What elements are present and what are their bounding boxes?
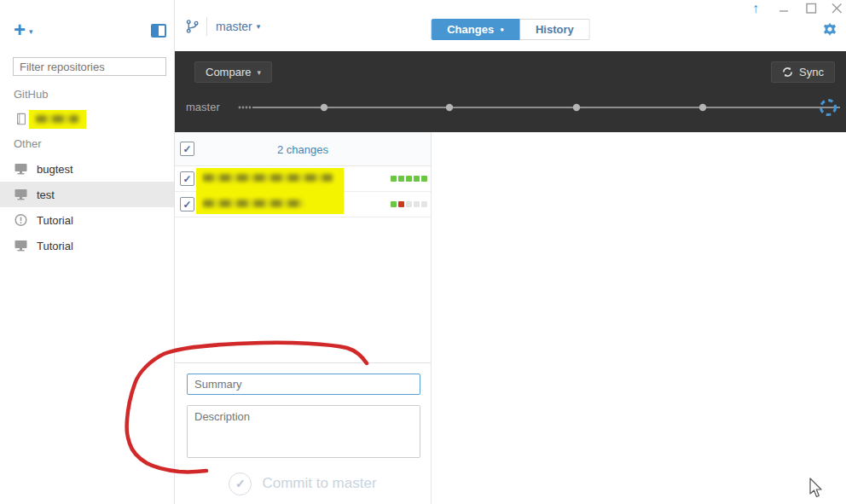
github-desktop-window: + ▾ GitHub Other bugtest xyxy=(0,0,846,504)
maximize-button[interactable] xyxy=(804,2,818,15)
description-input[interactable] xyxy=(187,405,420,458)
redacted-repo-name xyxy=(29,110,86,129)
repo-name: test xyxy=(37,188,55,201)
chevron-down-icon: ▾ xyxy=(257,22,261,31)
monitor-icon xyxy=(14,162,29,176)
file-checkbox[interactable]: ✓ xyxy=(180,197,194,211)
section-label-github: GitHub xyxy=(14,88,48,101)
sidebar-toggle-icon[interactable] xyxy=(151,24,166,38)
check-icon: ✓ xyxy=(183,200,191,210)
commit-button-label: Commit to master xyxy=(262,475,376,492)
diff-viewer-empty xyxy=(432,132,846,504)
commit-graph-toolbar: Compare ▾ Sync master xyxy=(175,51,846,132)
update-available-arrow-icon[interactable]: ↑ xyxy=(752,1,759,16)
diff-stat-squares xyxy=(391,201,427,207)
top-header: master ▾ Changes ● History xyxy=(175,0,846,51)
branch-dropdown[interactable]: master xyxy=(216,20,252,33)
redacted-filenames-highlight xyxy=(196,168,344,214)
minimize-button[interactable] xyxy=(777,2,791,15)
tab-label: Changes xyxy=(447,23,494,36)
repo-name: Tutorial xyxy=(37,240,73,252)
file-checkbox[interactable]: ✓ xyxy=(180,171,194,186)
changes-panel: ✓ 2 changes ✓ ✓ ✓ xyxy=(175,132,432,504)
commit-graph[interactable] xyxy=(175,90,846,125)
section-label-other: Other xyxy=(14,137,42,150)
commit-form: ✓ Commit to master xyxy=(175,362,431,504)
compare-button[interactable]: Compare ▾ xyxy=(194,61,272,83)
add-repository-button[interactable]: + ▾ xyxy=(14,20,33,39)
tab-history[interactable]: History xyxy=(520,19,590,40)
commit-check-circle-icon: ✓ xyxy=(229,472,252,495)
repositories-sidebar: + ▾ GitHub Other bugtest xyxy=(0,0,175,504)
diff-stat-squares xyxy=(391,176,427,182)
tab-label: History xyxy=(536,23,574,36)
repo-name: bugtest xyxy=(37,163,73,176)
sync-icon xyxy=(782,67,793,78)
gear-icon[interactable] xyxy=(822,21,837,37)
filter-repositories-input[interactable] xyxy=(13,57,166,76)
sidebar-item-tutorial-2[interactable]: Tutorial xyxy=(0,233,174,258)
sidebar-item-bugtest[interactable]: bugtest xyxy=(0,156,174,182)
chevron-down-icon: ▾ xyxy=(257,68,261,77)
alert-circle-icon xyxy=(14,213,29,227)
sidebar-item-github-repo[interactable] xyxy=(0,107,174,132)
view-tabs: Changes ● History xyxy=(431,19,590,40)
sync-button[interactable]: Sync xyxy=(771,61,835,83)
compare-label: Compare xyxy=(206,66,251,78)
repo-book-icon xyxy=(14,113,29,126)
sync-label: Sync xyxy=(799,66,824,78)
repo-name: Tutorial xyxy=(37,214,73,227)
changes-count-label: 2 changes xyxy=(175,132,431,166)
monitor-icon xyxy=(14,188,29,201)
check-icon: ✓ xyxy=(183,174,191,184)
changes-list-header: ✓ 2 changes xyxy=(175,132,431,166)
close-button[interactable] xyxy=(830,2,843,15)
git-branch-icon xyxy=(185,19,200,34)
sidebar-item-test[interactable]: test xyxy=(0,182,174,207)
tab-changes[interactable]: Changes ● xyxy=(431,19,520,40)
divider xyxy=(206,17,207,36)
plus-icon: + xyxy=(14,20,26,39)
sidebar-item-tutorial-1[interactable]: Tutorial xyxy=(0,207,174,233)
summary-input[interactable] xyxy=(187,374,420,395)
commit-to-master-button[interactable]: ✓ Commit to master xyxy=(175,470,431,497)
changes-indicator-dot: ● xyxy=(500,26,504,33)
chevron-down-icon: ▾ xyxy=(29,27,33,36)
monitor-icon xyxy=(14,239,29,252)
